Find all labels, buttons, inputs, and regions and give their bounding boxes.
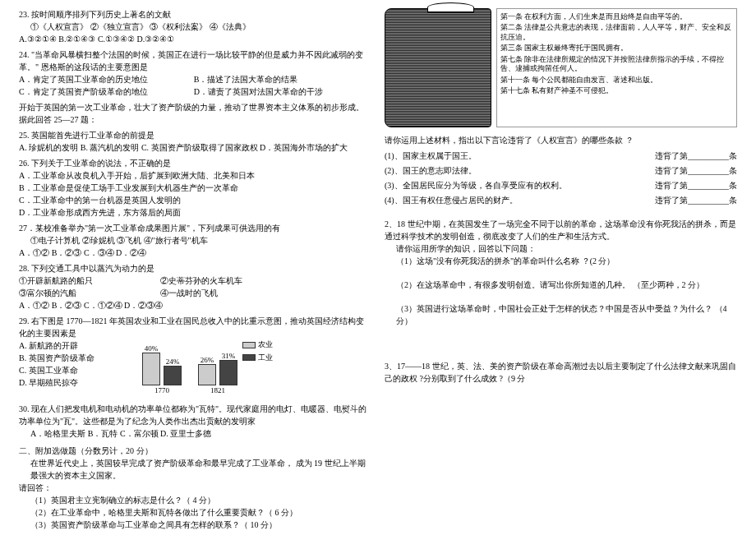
part2-sub1: （1）英国君主立宪制确立的标志是什么？（ 4 分） <box>19 494 371 506</box>
chart-legend: 农业 工业 <box>242 339 273 365</box>
q24-d: D．谴责了英国对法国大革命的干涉 <box>194 85 366 98</box>
q28-item2: ②史蒂芬孙的火车机车 <box>160 274 242 287</box>
left-column: 23. 按时间顺序排列下列历史上著名的文献 ①《人权宣言》 ②《独立宣言》 ③《… <box>12 8 378 527</box>
q25: 25. 英国能首先进行工业革命的前提是 A. 珍妮机的发明 B. 蒸汽机的发明 … <box>19 129 371 154</box>
q28-item4: ④一战时的飞机 <box>160 287 218 299</box>
q2-stem: 2、18 世纪中期，在英国发生了一场完全不同于以前的革命，这场革命没有你死我活的… <box>385 218 737 242</box>
article-1: 第一条 在权利方面，人们生来是而且始终是自由平等的。 <box>500 12 733 21</box>
q26-c: C．工业革命中的第一台机器是英国人发明的 <box>19 194 371 206</box>
q23: 23. 按时间顺序排列下列历史上著名的文献 ①《人权宣言》 ②《独立宣言》 ③《… <box>19 8 371 45</box>
fill-blanks: (1)、国家主权属于国王。违背了第__________条 (2)、国王的意志即法… <box>385 150 737 206</box>
bar-val-2a: 26% <box>199 355 215 367</box>
fb4-text: (4)、国王有权任意侵占居民的财产。 <box>385 196 518 205</box>
bar-val-1a: 40% <box>143 344 159 355</box>
q29: 29. 右下图是 1770—1821 年英国农业和工业在国民总收入中的比重示意图… <box>19 315 371 399</box>
q28-stem: 28. 下列交通工具中以蒸汽为动力的是 <box>19 262 371 274</box>
part2: 二、附加选做题（分数另计，20 分） 在世界近代史上，英国较早完成了资产阶级革命… <box>19 445 371 531</box>
declaration-figure: 第一条 在权利方面，人们生来是而且始终是自由平等的。 第二条 法律是公共意志的表… <box>385 8 737 127</box>
fb3-ans: 违背了第__________条 <box>655 179 737 191</box>
q27-items: ①电子计算机 ②珍妮机 ③飞机 ④"旅行者号"机车 <box>19 234 371 247</box>
q26-b: B．工业革命是促使工场手工业发展到大机器生产的一次革命 <box>19 182 371 194</box>
q24-c: C．肯定了英国资产阶级革命的地位 <box>19 85 191 98</box>
fb2-ans: 违背了第__________条 <box>655 164 737 177</box>
q29-d: D. 早期殖民掠夺 <box>19 376 109 389</box>
book-illustration <box>385 8 491 127</box>
articles-box: 第一条 在权利方面，人们生来是而且始终是自由平等的。 第二条 法律是公共意志的表… <box>496 8 737 127</box>
q28: 28. 下列交通工具中以蒸汽为动力的是 ①开辟新航路的船只 ②史蒂芬孙的火车机车… <box>19 262 371 311</box>
q24: 24. "当革命风暴横扫整个法国的时候，英国正在进行一场比较平静的但是威力并不因… <box>19 48 371 98</box>
legend-b: 工业 <box>258 353 273 364</box>
q28-item1: ①开辟新航路的船只 <box>19 274 160 287</box>
q28-options: A．①② B．②③ C．①②④ D．②③④ <box>19 299 371 311</box>
article-17: 第十七条 私有财产神圣不可侵犯。 <box>500 86 733 95</box>
part2-ask: 请回答： <box>19 482 371 494</box>
article-11: 第十一条 每个公民都能自由发言、著述和出版。 <box>500 76 733 85</box>
q26: 26. 下列关于工业革命的说法，不正确的是 A．工业革命从改良机入手开始，后扩展… <box>19 157 371 219</box>
q24-b: B．描述了法国大革命的结果 <box>194 73 366 85</box>
q28-item3: ③富尔顿的汽船 <box>19 287 160 299</box>
q2-s1: （1）这场"没有你死我活的拼杀"的革命叫什么名称 ？(2 分） <box>385 255 737 267</box>
part2-sub3: （3）英国资产阶级革命与工业革命之间具有怎样的联系？（ 10 分） <box>19 519 371 531</box>
part2-title: 二、附加选做题（分数另计，20 分） <box>19 445 371 457</box>
fb1-text: (1)、国家主权属于国王。 <box>385 151 477 160</box>
q2-s3: （3）英国进行这场革命时，中国社会正处于怎样的状态？中国是否从中受益？为什么？ … <box>385 302 737 327</box>
q29-c: C. 英国工业革命 <box>19 364 109 376</box>
q29-stem: 29. 右下图是 1770—1821 年英国农业和工业在国民总收入中的比重示意图… <box>19 315 371 339</box>
fb1-ans: 违背了第__________条 <box>655 150 737 162</box>
fb3-text: (3)、全国居民应分为等级，各自享受应有的权利。 <box>385 181 567 190</box>
q29-b: B. 英国资产阶级革命 <box>19 352 109 364</box>
q27-options: A．①② B．②③ C．③④ D．②④ <box>19 247 371 259</box>
q27-stem: 27．某校准备举办"第一次工业革命成果图片展"，下列成果可供选用的有 <box>19 222 371 234</box>
right-column: 第一条 在权利方面，人们生来是而且始终是自由平等的。 第二条 法律是公共意志的表… <box>378 8 744 527</box>
q24-stem: 24. "当革命风暴横扫整个法国的时候，英国正在进行一场比较平静的但是威力并不因… <box>19 48 371 73</box>
x-1770: 1770 <box>142 385 182 397</box>
part2-intro: 在世界近代史上，英国较早完成了资产阶级革命和最早完成了工业革命， 成为 19 世… <box>19 457 371 482</box>
q23-items: ①《人权宣言》 ②《独立宣言》 ③《权利法案》 ④《法典》 <box>19 21 371 33</box>
article-2: 第二条 法律是公共意志的表现，法律面前，人人平等，财产、安全和反抗压迫。 <box>500 23 733 42</box>
q30-options: A．哈格里夫斯 B．瓦特 C．富尔顿 D. 亚里士多德 <box>19 427 371 440</box>
group-25-27-intro: 开始于英国的第一次工业革命，壮大了资产阶级的力量，推动了世界资本主义体系的初步形… <box>19 101 371 126</box>
q2-line2: 请你运用所学的知识，回答以下问题： <box>385 242 737 255</box>
q23-stem: 23. 按时间顺序排列下列历史上著名的文献 <box>19 8 371 21</box>
q25-stem: 25. 英国能首先进行工业革命的前提是 <box>19 129 371 141</box>
article-7: 第七条 除非在法律所规定的情况下并按照法律所指示的手续，不得控告、逮捕或拘留任何… <box>500 55 733 74</box>
right-q2: 2、18 世纪中期，在英国发生了一场完全不同于以前的革命，这场革命没有你死我活的… <box>385 218 737 327</box>
right-q3: 3、17——18 世纪，英、法、美的资产阶级在革命高潮过去以后主要制定了什么法律… <box>385 360 737 385</box>
q30: 30. 现在人们把发电机和电动机的功率单位都称为"瓦特"。现代家庭用的电灯、电暖… <box>19 403 371 440</box>
q23-options: A.③②①④ B.②①④③ C.①③④② D.③②④① <box>19 33 371 45</box>
q26-a: A．工业革命从改良机入手开始，后扩展到欧洲大陆、北美和日本 <box>19 169 371 182</box>
article-3: 第三条 国家主权最终寄托于国民拥有。 <box>500 44 733 53</box>
bar-val-2b: 31% <box>220 351 237 362</box>
fb2-text: (2)、国王的意志即法律。 <box>385 166 477 175</box>
part2-sub2: （2）在工业革命中，哈格里夫斯和瓦特各做出了什么重要贡献？（ 6 分） <box>19 506 371 519</box>
legend-a: 农业 <box>258 339 273 351</box>
bar-val-1b: 24% <box>164 357 181 368</box>
fig-question: 请你运用上述材料，指出以下言论违背了《人权宣言》的哪些条款 ？ <box>385 134 737 146</box>
x-1821: 1821 <box>198 385 237 397</box>
q29-a: A. 新航路的开辟 <box>19 339 109 352</box>
q25-options: A. 珍妮机的发明 B. 蒸汽机的发明 C. 英国资产阶级取得了国家政权 D．英… <box>19 141 371 154</box>
bar-chart: 40% 24% 1770 26% 31% 1821 <box>109 339 237 399</box>
q26-stem: 26. 下列关于工业革命的说法，不正确的是 <box>19 157 371 169</box>
q24-a: A．肯定了英国工业革命的历史地位 <box>19 73 191 85</box>
q27: 27．某校准备举办"第一次工业革命成果图片展"，下列成果可供选用的有 ①电子计算… <box>19 222 371 259</box>
q26-d: D．工业革命形成西方先进，东方落后的局面 <box>19 206 371 219</box>
q2-s2: （2）在这场革命中，有很多发明创造。请写出你所知道的几种。 （至少两种，2 分） <box>385 279 737 291</box>
fb4-ans: 违背了第__________条 <box>655 194 737 206</box>
q30-stem: 30. 现在人们把发电机和电动机的功率单位都称为"瓦特"。现代家庭用的电灯、电暖… <box>19 403 371 427</box>
